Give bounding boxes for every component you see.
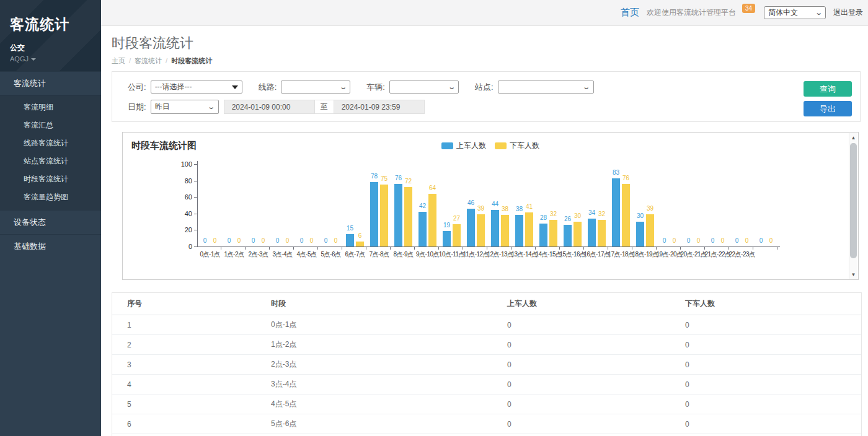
breadcrumb-home[interactable]: 主页 bbox=[112, 57, 125, 64]
bar: 15 bbox=[346, 234, 354, 246]
bar: 30 bbox=[574, 222, 582, 246]
line-select[interactable]: ⌄ bbox=[281, 81, 350, 94]
triangle-down-icon bbox=[232, 85, 238, 89]
vehicle-select[interactable]: ⌄ bbox=[389, 81, 459, 94]
x-axis-label: 4点-5点 bbox=[294, 250, 319, 259]
bar-value-label: 0 bbox=[687, 237, 691, 244]
sidebar-nav: 客流统计 客流明细客流汇总线路客流统计站点客流统计时段客流统计客流量趋势图 设备… bbox=[0, 71, 101, 258]
date-from-input[interactable]: 2024-01-09 00:00 bbox=[224, 100, 315, 114]
x-axis-label: 2点-3点 bbox=[246, 250, 270, 259]
legend-item[interactable]: 下车人数 bbox=[495, 141, 539, 151]
bar-value-label: 0 bbox=[228, 237, 231, 244]
table-row: 10点-1点00 bbox=[112, 315, 861, 335]
sidebar-item-passenger-stats[interactable]: 客流统计 bbox=[0, 71, 101, 95]
bar-group: 00 bbox=[294, 164, 319, 246]
x-axis-label: 12点-13点 bbox=[488, 250, 512, 259]
sidebar-subitem[interactable]: 客流明细 bbox=[0, 98, 101, 116]
org-code-label: AQGJ bbox=[10, 55, 29, 63]
table-cell: 0点-1点 bbox=[256, 315, 492, 335]
table-row: 65点-6点00 bbox=[112, 414, 861, 434]
x-axis-label: 22点-23点 bbox=[730, 250, 754, 259]
scroll-up-arrow-icon[interactable]: ▲ bbox=[849, 133, 857, 142]
chart-plot-area: 020406080100 000000000000156787576724264… bbox=[131, 154, 849, 272]
sidebar-item-device-status[interactable]: 设备状态 bbox=[0, 210, 101, 234]
home-link[interactable]: 首页 bbox=[621, 7, 639, 19]
export-button[interactable]: 导出 bbox=[804, 101, 852, 116]
bar-group: 00 bbox=[222, 164, 246, 246]
legend-item[interactable]: 上车人数 bbox=[441, 141, 486, 151]
breadcrumb-passenger-stats[interactable]: 客流统计 bbox=[135, 57, 162, 64]
bar-value-label: 32 bbox=[550, 211, 557, 217]
filter-panel: 公司: ---请选择--- 线路: ⌄ 车辆: bbox=[112, 71, 861, 122]
scroll-down-arrow-icon[interactable]: ▼ bbox=[849, 270, 857, 279]
bar-group: 2832 bbox=[536, 164, 560, 246]
date-to-input[interactable]: 2024-01-09 23:59 bbox=[334, 100, 425, 114]
bar-group: 00 bbox=[198, 164, 222, 246]
bar: 38 bbox=[515, 215, 523, 246]
y-axis-tick-mark bbox=[194, 214, 197, 214]
bar: 32 bbox=[598, 220, 606, 246]
bar-series: 0000000000001567875767242641927463944383… bbox=[198, 164, 778, 246]
bar: 26 bbox=[564, 225, 572, 246]
bar-group: 8376 bbox=[609, 164, 633, 246]
bar-value-label: 0 bbox=[735, 237, 739, 244]
bar-value-label: 0 bbox=[276, 237, 280, 244]
sidebar-subitem[interactable]: 线路客流统计 bbox=[0, 134, 101, 152]
bar-group: 3432 bbox=[585, 164, 609, 246]
bar-value-label: 0 bbox=[300, 237, 304, 244]
bar: 34 bbox=[588, 219, 596, 246]
station-select[interactable]: ⌄ bbox=[498, 81, 594, 94]
bar: 44 bbox=[491, 210, 499, 246]
bar-value-label: 0 bbox=[213, 237, 217, 244]
table-cell: 1 bbox=[112, 315, 256, 335]
bar: 38 bbox=[501, 215, 509, 246]
sidebar-subitem[interactable]: 客流量趋势图 bbox=[0, 188, 101, 206]
bar: 19 bbox=[443, 231, 451, 246]
company-select[interactable]: ---请选择--- bbox=[151, 81, 242, 94]
bar-group: 00 bbox=[319, 164, 343, 246]
bar-value-label: 72 bbox=[405, 178, 412, 185]
notification-badge: 34 bbox=[742, 4, 755, 13]
query-button[interactable]: 查询 bbox=[804, 81, 852, 97]
breadcrumb: 主页/客流统计/时段客流统计 bbox=[112, 56, 868, 66]
page-head: 时段客流统计 主页/客流统计/时段客流统计 bbox=[101, 26, 868, 66]
table-header-row: 序号 时段 上车人数 下车人数 bbox=[112, 293, 861, 315]
bar-value-label: 0 bbox=[237, 237, 241, 244]
table-cell: 0 bbox=[492, 414, 670, 434]
sidebar-subitem[interactable]: 时段客流统计 bbox=[0, 170, 101, 188]
x-axis-labels: 0点-1点1点-2点2点-3点3点-4点4点-5点5点-6点6点-7点7点-8点… bbox=[198, 250, 778, 259]
bar-value-label: 27 bbox=[453, 215, 460, 222]
filter-row-1: 公司: ---请选择--- 线路: ⌄ 车辆: bbox=[128, 81, 860, 94]
bar-value-label: 46 bbox=[467, 199, 474, 206]
table-cell: 3 bbox=[112, 355, 256, 375]
logout-link[interactable]: 退出登录 bbox=[833, 7, 863, 18]
bar-value-label: 0 bbox=[334, 237, 338, 244]
bar: 78 bbox=[370, 182, 378, 246]
x-axis-label: 18点-19点 bbox=[633, 250, 657, 259]
main-area: 首页 欢迎使用客流统计管理平台 34 简体中文 ⌄ 退出登录 时段客流统计 主页… bbox=[101, 0, 868, 436]
x-axis-label: 10点-11点 bbox=[440, 250, 464, 259]
vertical-scrollbar[interactable]: ▲ ▼ bbox=[849, 133, 857, 279]
bar-value-label: 0 bbox=[745, 237, 749, 244]
scrollbar-thumb[interactable] bbox=[850, 143, 857, 258]
sidebar-subitem[interactable]: 站点客流统计 bbox=[0, 152, 101, 170]
y-axis-tick-mark bbox=[194, 197, 197, 198]
bar-value-label: 39 bbox=[647, 205, 653, 212]
vehicle-filter: 车辆: ⌄ bbox=[366, 81, 459, 94]
sidebar-item-base-data[interactable]: 基础数据 bbox=[0, 234, 101, 258]
bar-value-label: 0 bbox=[203, 237, 207, 244]
bar-group: 1927 bbox=[440, 164, 464, 246]
date-preset-select[interactable]: 昨日 ⌄ bbox=[151, 100, 219, 114]
language-select[interactable]: 简体中文 ⌄ bbox=[764, 6, 826, 19]
line-filter: 线路: ⌄ bbox=[259, 81, 351, 94]
chevron-down-icon: ⌄ bbox=[339, 84, 347, 90]
bar: 64 bbox=[428, 194, 436, 246]
org-code-dropdown[interactable]: AQGJ bbox=[10, 55, 101, 63]
sidebar-subitem[interactable]: 客流汇总 bbox=[0, 116, 101, 134]
x-axis-label: 6点-7点 bbox=[343, 250, 367, 259]
chevron-down-icon: ⌄ bbox=[582, 84, 590, 90]
bar: 39 bbox=[646, 214, 654, 246]
x-axis-label: 0点-1点 bbox=[198, 250, 222, 259]
table-cell: 0 bbox=[492, 335, 670, 355]
app-root: 客流统计 公交 AQGJ 客流统计 客流明细客流汇总线路客流统计站点客流统计时段… bbox=[0, 0, 868, 436]
